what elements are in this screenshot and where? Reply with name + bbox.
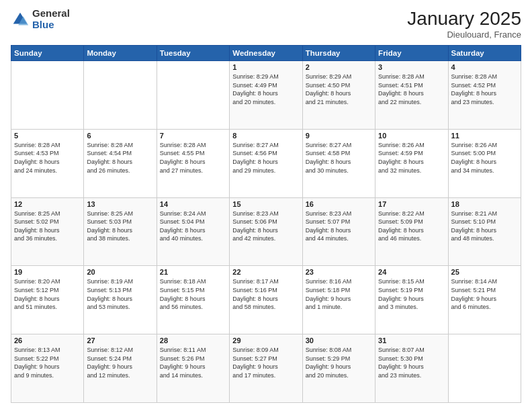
day-info: Sunrise: 8:15 AM Sunset: 5:19 PM Dayligh… (378, 277, 445, 311)
day-info: Sunrise: 8:28 AM Sunset: 4:55 PM Dayligh… (160, 141, 226, 175)
day-number: 30 (306, 336, 372, 345)
day-number: 22 (232, 268, 299, 276)
day-info: Sunrise: 8:12 AM Sunset: 5:24 PM Dayligh… (87, 346, 153, 379)
day-number: 2 (306, 63, 372, 71)
day-info: Sunrise: 8:26 AM Sunset: 5:00 PM Dayligh… (451, 141, 518, 175)
day-info: Sunrise: 8:25 AM Sunset: 5:02 PM Dayligh… (14, 210, 81, 243)
col-thursday: Thursday (302, 46, 375, 61)
day-number: 12 (14, 200, 81, 208)
day-info: Sunrise: 8:11 AM Sunset: 5:26 PM Dayligh… (160, 346, 226, 379)
col-tuesday: Tuesday (157, 46, 229, 61)
day-number: 26 (14, 336, 81, 345)
calendar-cell: 13Sunrise: 8:25 AM Sunset: 5:03 PM Dayli… (84, 197, 157, 266)
day-info: Sunrise: 8:23 AM Sunset: 5:06 PM Dayligh… (232, 210, 299, 243)
logo: General Blue (11, 8, 70, 30)
calendar-cell: 8Sunrise: 8:27 AM Sunset: 4:56 PM Daylig… (230, 129, 302, 197)
col-monday: Monday (84, 46, 157, 61)
col-friday: Friday (375, 46, 448, 61)
calendar-cell: 20Sunrise: 8:19 AM Sunset: 5:13 PM Dayli… (84, 266, 157, 334)
calendar-cell: 15Sunrise: 8:23 AM Sunset: 5:06 PM Dayli… (230, 197, 302, 266)
calendar-cell: 7Sunrise: 8:28 AM Sunset: 4:55 PM Daylig… (157, 129, 229, 197)
col-saturday: Saturday (448, 46, 521, 61)
day-number: 4 (451, 63, 518, 71)
day-info: Sunrise: 8:18 AM Sunset: 5:15 PM Dayligh… (160, 277, 226, 311)
day-number: 28 (160, 336, 226, 345)
calendar-week-row-3: 19Sunrise: 8:20 AM Sunset: 5:12 PM Dayli… (11, 266, 521, 334)
calendar-cell: 25Sunrise: 8:14 AM Sunset: 5:21 PM Dayli… (448, 266, 521, 334)
calendar-table: Sunday Monday Tuesday Wednesday Thursday… (11, 45, 521, 403)
day-number: 15 (232, 200, 299, 208)
day-info: Sunrise: 8:27 AM Sunset: 4:56 PM Dayligh… (232, 141, 299, 175)
calendar-cell: 10Sunrise: 8:26 AM Sunset: 4:59 PM Dayli… (375, 129, 448, 197)
calendar-week-row-0: 1Sunrise: 8:29 AM Sunset: 4:49 PM Daylig… (11, 61, 521, 130)
day-number: 11 (451, 132, 518, 140)
calendar-cell (84, 61, 157, 130)
day-number: 20 (87, 268, 153, 276)
logo-general: General (32, 8, 70, 19)
day-info: Sunrise: 8:16 AM Sunset: 5:18 PM Dayligh… (306, 277, 372, 311)
day-number: 9 (306, 132, 372, 140)
day-number: 16 (306, 200, 372, 208)
calendar-cell: 23Sunrise: 8:16 AM Sunset: 5:18 PM Dayli… (302, 266, 375, 334)
day-number: 6 (87, 132, 153, 140)
day-info: Sunrise: 8:23 AM Sunset: 5:07 PM Dayligh… (306, 210, 372, 243)
calendar-cell: 12Sunrise: 8:25 AM Sunset: 5:02 PM Dayli… (11, 197, 84, 266)
day-info: Sunrise: 8:26 AM Sunset: 4:59 PM Dayligh… (378, 141, 445, 175)
day-info: Sunrise: 8:29 AM Sunset: 4:49 PM Dayligh… (232, 73, 299, 106)
day-info: Sunrise: 8:28 AM Sunset: 4:54 PM Dayligh… (87, 141, 153, 175)
calendar-week-row-2: 12Sunrise: 8:25 AM Sunset: 5:02 PM Dayli… (11, 197, 521, 266)
day-info: Sunrise: 8:24 AM Sunset: 5:04 PM Dayligh… (160, 210, 226, 243)
calendar-cell: 16Sunrise: 8:23 AM Sunset: 5:07 PM Dayli… (302, 197, 375, 266)
header: General Blue January 2025 Dieulouard, Fr… (11, 8, 521, 40)
day-info: Sunrise: 8:28 AM Sunset: 4:52 PM Dayligh… (451, 73, 518, 106)
day-number: 14 (160, 200, 226, 208)
day-number: 3 (378, 63, 445, 71)
day-info: Sunrise: 8:28 AM Sunset: 4:51 PM Dayligh… (378, 73, 445, 106)
page: General Blue January 2025 Dieulouard, Fr… (0, 0, 532, 411)
day-info: Sunrise: 8:17 AM Sunset: 5:16 PM Dayligh… (232, 277, 299, 311)
day-number: 21 (160, 268, 226, 276)
calendar-cell: 31Sunrise: 8:07 AM Sunset: 5:30 PM Dayli… (375, 334, 448, 403)
logo-text: General Blue (32, 8, 70, 30)
calendar-cell: 28Sunrise: 8:11 AM Sunset: 5:26 PM Dayli… (157, 334, 229, 403)
day-number: 1 (232, 63, 299, 71)
calendar-week-row-4: 26Sunrise: 8:13 AM Sunset: 5:22 PM Dayli… (11, 334, 521, 403)
day-info: Sunrise: 8:19 AM Sunset: 5:13 PM Dayligh… (87, 277, 153, 311)
logo-blue-text: Blue (32, 19, 70, 31)
day-number: 7 (160, 132, 226, 140)
calendar-cell: 11Sunrise: 8:26 AM Sunset: 5:00 PM Dayli… (448, 129, 521, 197)
title-block: January 2025 Dieulouard, France (407, 8, 521, 40)
calendar-cell: 26Sunrise: 8:13 AM Sunset: 5:22 PM Dayli… (11, 334, 84, 403)
calendar-cell: 2Sunrise: 8:29 AM Sunset: 4:50 PM Daylig… (302, 61, 375, 130)
day-info: Sunrise: 8:29 AM Sunset: 4:50 PM Dayligh… (306, 73, 372, 106)
calendar-cell (157, 61, 229, 130)
day-number: 8 (232, 132, 299, 140)
calendar-cell: 9Sunrise: 8:27 AM Sunset: 4:58 PM Daylig… (302, 129, 375, 197)
calendar-cell: 3Sunrise: 8:28 AM Sunset: 4:51 PM Daylig… (375, 61, 448, 130)
calendar-cell: 14Sunrise: 8:24 AM Sunset: 5:04 PM Dayli… (157, 197, 229, 266)
day-number: 27 (87, 336, 153, 345)
calendar-cell: 6Sunrise: 8:28 AM Sunset: 4:54 PM Daylig… (84, 129, 157, 197)
col-wednesday: Wednesday (230, 46, 302, 61)
calendar-cell: 27Sunrise: 8:12 AM Sunset: 5:24 PM Dayli… (84, 334, 157, 403)
day-number: 25 (451, 268, 518, 276)
day-info: Sunrise: 8:14 AM Sunset: 5:21 PM Dayligh… (451, 277, 518, 311)
day-info: Sunrise: 8:08 AM Sunset: 5:29 PM Dayligh… (306, 346, 372, 379)
calendar-cell: 21Sunrise: 8:18 AM Sunset: 5:15 PM Dayli… (157, 266, 229, 334)
calendar-week-row-1: 5Sunrise: 8:28 AM Sunset: 4:53 PM Daylig… (11, 129, 521, 197)
day-number: 31 (378, 336, 445, 345)
calendar-cell: 4Sunrise: 8:28 AM Sunset: 4:52 PM Daylig… (448, 61, 521, 130)
logo-icon (11, 10, 30, 29)
day-info: Sunrise: 8:21 AM Sunset: 5:10 PM Dayligh… (451, 210, 518, 243)
calendar-cell (448, 334, 521, 403)
day-info: Sunrise: 8:25 AM Sunset: 5:03 PM Dayligh… (87, 210, 153, 243)
day-number: 13 (87, 200, 153, 208)
day-number: 5 (14, 132, 81, 140)
col-sunday: Sunday (11, 46, 84, 61)
calendar-cell: 1Sunrise: 8:29 AM Sunset: 4:49 PM Daylig… (230, 61, 302, 130)
day-number: 10 (378, 132, 445, 140)
day-number: 17 (378, 200, 445, 208)
calendar-cell: 22Sunrise: 8:17 AM Sunset: 5:16 PM Dayli… (230, 266, 302, 334)
calendar-cell: 29Sunrise: 8:09 AM Sunset: 5:27 PM Dayli… (230, 334, 302, 403)
day-number: 23 (306, 268, 372, 276)
